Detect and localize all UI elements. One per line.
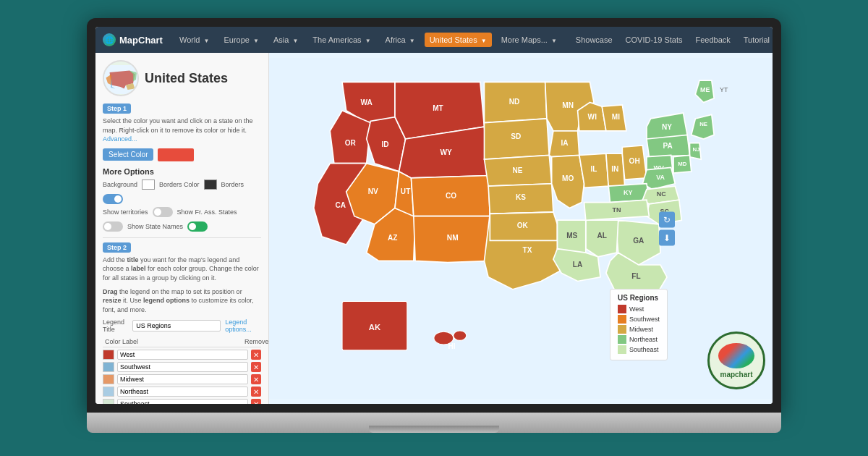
- northeast-remove-btn[interactable]: ✕: [251, 387, 261, 397]
- west-color[interactable]: [103, 350, 114, 360]
- legend-overlay-title: US Regions: [618, 294, 660, 302]
- legend-row-southwest: ✕: [103, 362, 261, 372]
- legend-southeast-color: [618, 345, 626, 354]
- watermark-text: mapchart: [720, 371, 752, 379]
- globe-icon: 🌐: [103, 33, 116, 46]
- svg-text:ND: ND: [509, 98, 520, 106]
- legend-midwest-color: [618, 325, 626, 334]
- southeast-label-input[interactable]: [117, 399, 248, 404]
- legend-row-southeast: ✕: [103, 399, 261, 404]
- map-download-btn[interactable]: ⬇: [659, 229, 675, 245]
- nav-more[interactable]: More Maps... ▼: [496, 33, 562, 47]
- legend-southeast-label: Southeast: [629, 346, 659, 353]
- map-area: WA OR CA ID MT: [269, 53, 773, 404]
- nav-showcase[interactable]: Showcase: [571, 33, 618, 48]
- screen-content: 🌐 MapChart World ▼ Europe ▼ Asia ▼ The A…: [95, 27, 773, 404]
- svg-text:PA: PA: [663, 142, 673, 150]
- svg-text:LA: LA: [573, 261, 583, 269]
- nav-us[interactable]: United States ▼: [425, 33, 492, 47]
- select-color-row: Select Color: [103, 148, 261, 161]
- map-refresh-btn[interactable]: ↻: [659, 211, 675, 227]
- borders-toggle[interactable]: [103, 194, 123, 204]
- laptop-notch: [369, 426, 499, 433]
- legend-midwest-label: Midwest: [629, 326, 653, 333]
- laptop-screen: 🌐 MapChart World ▼ Europe ▼ Asia ▼ The A…: [87, 18, 781, 413]
- southwest-remove-btn[interactable]: ✕: [251, 362, 261, 372]
- nav-tutorial[interactable]: Tutorial ↗: [739, 33, 773, 48]
- svg-text:KY: KY: [624, 189, 632, 196]
- svg-text:KS: KS: [516, 193, 526, 201]
- midwest-color[interactable]: [103, 374, 114, 384]
- northeast-label-input[interactable]: [117, 387, 248, 397]
- svg-text:OR: OR: [345, 139, 357, 147]
- northeast-color[interactable]: [103, 387, 114, 397]
- midwest-label-input[interactable]: [117, 374, 248, 384]
- legend-west-color: [618, 305, 626, 313]
- borders-color-box[interactable]: [204, 180, 217, 190]
- step1-section: Step 1 Select the color you want and cli…: [103, 104, 261, 161]
- nav-europe[interactable]: Europe ▼: [218, 33, 263, 47]
- svg-text:MD: MD: [678, 161, 687, 167]
- step2-section: Step 2 Add the title you want for the ma…: [103, 242, 261, 404]
- nav-africa[interactable]: Africa ▼: [380, 33, 420, 47]
- us-map-svg[interactable]: WA OR CA ID MT: [269, 53, 773, 404]
- svg-point-48: [454, 331, 467, 340]
- legend-southwest-color: [618, 315, 626, 324]
- background-row: Background Borders Color Borders: [103, 180, 261, 204]
- svg-text:UT: UT: [401, 187, 411, 195]
- state-names-toggle[interactable]: [187, 221, 208, 232]
- svg-text:NM: NM: [447, 234, 459, 242]
- col-label: Label: [122, 338, 242, 345]
- legend-row-northeast: ✕: [103, 387, 261, 397]
- legend-title-input[interactable]: [132, 320, 221, 332]
- svg-text:WY: WY: [441, 148, 453, 156]
- show-territories-label: Show territories: [103, 208, 148, 216]
- step1-desc: Select the color you want and click on a…: [103, 117, 261, 144]
- svg-text:NY: NY: [662, 123, 672, 131]
- legend-options-link[interactable]: Legend options...: [225, 318, 261, 333]
- svg-text:MI: MI: [612, 113, 620, 121]
- select-color-button[interactable]: Select Color: [103, 148, 153, 161]
- legend-northeast-item: Northeast: [618, 335, 660, 344]
- legend-title-row: Legend Title Legend options...: [103, 318, 261, 333]
- map-controls: ↻ ⬇: [659, 211, 675, 245]
- col-remove: Remove: [244, 338, 259, 345]
- west-remove-btn[interactable]: ✕: [251, 350, 261, 360]
- nav-asia[interactable]: Asia ▼: [268, 33, 303, 47]
- southwest-color[interactable]: [103, 362, 114, 372]
- nav-world[interactable]: World ▼: [174, 33, 215, 47]
- legend-southwest-item: Southwest: [618, 315, 660, 324]
- laptop-base: [87, 413, 781, 433]
- background-color-box[interactable]: [142, 180, 155, 190]
- brand-name: MapChart: [119, 35, 163, 46]
- step2-badge: Step 2: [103, 242, 131, 253]
- borders-color-label: Borders Color: [159, 181, 200, 188]
- svg-text:TX: TX: [523, 246, 532, 254]
- southeast-remove-btn[interactable]: ✕: [251, 399, 261, 404]
- svg-text:VA: VA: [656, 174, 665, 181]
- legend-row-midwest: ✕: [103, 374, 261, 384]
- nav-feedback[interactable]: Feedback: [690, 33, 735, 48]
- legend-row-west: ✕: [103, 350, 261, 360]
- svg-text:NE: NE: [699, 121, 707, 127]
- more-options-section: More Options Background Borders Color Bo…: [103, 167, 261, 232]
- background-label: Background: [103, 181, 137, 188]
- midwest-remove-btn[interactable]: ✕: [251, 374, 261, 384]
- svg-text:MO: MO: [562, 174, 574, 182]
- borders-label: Borders: [221, 181, 244, 188]
- svg-text:YT: YT: [720, 86, 728, 93]
- svg-text:WA: WA: [361, 98, 373, 106]
- southwest-label-input[interactable]: [117, 362, 248, 372]
- svg-text:OH: OH: [629, 157, 640, 165]
- more-options-title: More Options: [103, 167, 261, 176]
- fr-states-toggle[interactable]: [103, 221, 123, 232]
- southeast-color[interactable]: [103, 399, 114, 404]
- color-swatch[interactable]: [158, 148, 194, 161]
- svg-text:NV: NV: [368, 187, 378, 195]
- west-label-input[interactable]: [117, 350, 248, 360]
- advanced-link[interactable]: Advanced...: [103, 135, 137, 143]
- territories-toggle[interactable]: [153, 207, 173, 217]
- svg-text:MN: MN: [562, 101, 574, 109]
- nav-covid[interactable]: COVID-19 Stats: [621, 33, 688, 48]
- nav-americas[interactable]: The Americas ▼: [307, 33, 375, 47]
